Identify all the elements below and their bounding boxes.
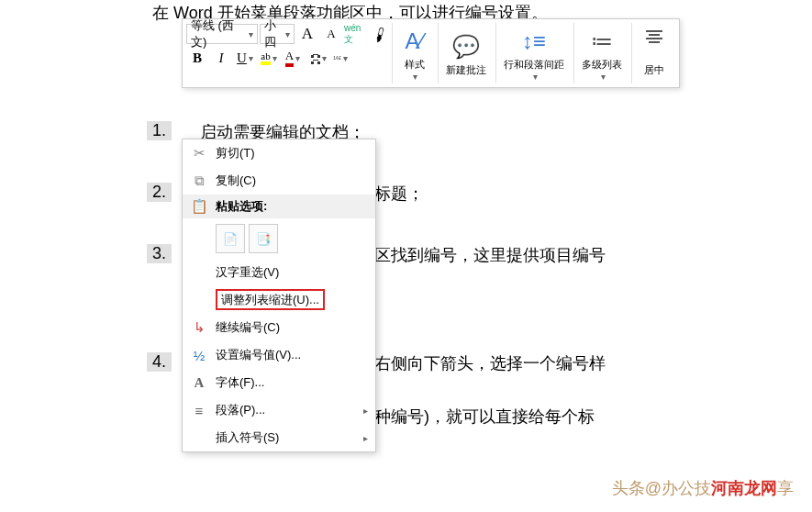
multilevel-icon: ≔ — [591, 25, 613, 58]
copy-icon: ⧉ — [188, 173, 210, 189]
continue-numbering-icon: ↳ — [188, 319, 210, 336]
chevron-down-icon: ▾ — [413, 72, 417, 82]
menu-copy-label: 复制(C) — [216, 173, 368, 189]
chevron-right-icon: ▸ — [363, 433, 368, 443]
context-menu: ✂ 剪切(T) ⧉ 复制(C) 📋 粘贴选项: 📄 📑 汉字重选(V) 调整列表… — [182, 139, 376, 452]
menu-set-numbering-value[interactable]: ½ 设置编号值(V)... — [183, 341, 375, 369]
menu-adjust-indent-label: 调整列表缩进(U)... — [216, 292, 368, 308]
comment-label: 新建批注 — [446, 63, 486, 77]
center-label: 居中 — [644, 63, 664, 77]
bullets-icon — [307, 51, 320, 64]
font-icon: A — [188, 375, 210, 391]
chevron-down-icon: ▾ — [249, 29, 253, 39]
watermark-suffix: 享 — [777, 479, 794, 497]
chevron-down-icon: ▾ — [249, 53, 253, 63]
watermark-brand: 河南龙网 — [711, 479, 777, 497]
italic-button[interactable]: I — [210, 47, 232, 69]
multilevel-list-button[interactable]: ≔ 多级列表 ▾ — [573, 23, 629, 83]
list-number-2[interactable]: 2. — [147, 183, 172, 202]
bullet-list-button[interactable]: ▾ — [306, 47, 328, 69]
chevron-down-icon: ▾ — [322, 53, 327, 63]
clipboard-icon: 📋 — [188, 198, 210, 215]
chevron-right-icon: ▸ — [363, 406, 368, 416]
menu-adjust-list-indent[interactable]: 调整列表缩进(U)... — [183, 286, 375, 314]
underline-icon: U — [237, 50, 247, 66]
font-size-value: 小四 — [264, 17, 284, 50]
highlight-button[interactable]: ab▾ — [258, 47, 280, 69]
chevron-down-icon: ▾ — [533, 72, 538, 82]
menu-font[interactable]: A 字体(F)... — [183, 369, 375, 396]
menu-insert-symbol[interactable]: 插入符号(S) ▸ — [183, 424, 375, 451]
styles-button[interactable]: A⁄ 样式 ▾ — [392, 23, 436, 83]
highlight-icon: ab — [261, 50, 270, 65]
numbers-icon — [333, 56, 340, 61]
menu-paragraph[interactable]: ≡ 段落(P)... ▸ — [183, 396, 375, 424]
bold-button[interactable]: B — [186, 47, 208, 69]
menu-symbol-label: 插入符号(S) — [216, 429, 363, 446]
chevron-down-icon: ▾ — [273, 53, 277, 63]
list-number-1[interactable]: 1. — [147, 121, 172, 140]
bold-icon: B — [193, 50, 202, 66]
menu-cut-label: 剪切(T) — [216, 145, 368, 161]
menu-copy[interactable]: ⧉ 复制(C) — [183, 167, 375, 195]
menu-cut[interactable]: ✂ 剪切(T) — [183, 139, 375, 167]
chevron-down-icon: ▾ — [285, 29, 290, 39]
menu-rechoose-label: 汉字重选(V) — [216, 264, 368, 281]
center-align-button[interactable]: 居中 — [631, 23, 675, 83]
list-number-3[interactable]: 3. — [147, 244, 172, 263]
menu-paragraph-label: 段落(P)... — [216, 402, 363, 418]
number-list-button[interactable]: ▾ — [329, 47, 351, 69]
paste-keep-formatting-button[interactable]: 📄 — [216, 224, 245, 253]
grow-font-button[interactable]: A — [296, 23, 318, 45]
paste-keep-icon: 📄 — [223, 232, 238, 246]
styles-label: 样式 — [405, 58, 425, 72]
italic-icon: I — [219, 50, 224, 66]
set-number-icon: ½ — [188, 348, 210, 363]
mini-toolbar: 等线 (西文) ▾ 小四 ▾ A A wén 文 🖌 B I U▾ ab▾ A▾… — [182, 18, 680, 88]
spacing-icon: ↕≡ — [522, 25, 546, 58]
paste-options-header: 📋 粘贴选项: — [183, 195, 375, 218]
center-icon — [646, 30, 662, 63]
watermark: 头条@办公技河南龙网享 — [612, 477, 794, 499]
format-painter-button[interactable]: 🖌 — [368, 23, 390, 45]
paste-merge-formatting-button[interactable]: 📑 — [249, 224, 278, 253]
shrink-font-icon: A — [327, 27, 335, 41]
phonetic-guide-button[interactable]: wén 文 — [344, 23, 366, 45]
menu-font-label: 字体(F)... — [216, 374, 368, 391]
brush-icon: 🖌 — [369, 24, 388, 44]
styles-icon: A⁄ — [405, 25, 423, 58]
paragraph-icon: ≡ — [188, 403, 210, 418]
font-name-value: 等线 (西文) — [191, 17, 247, 50]
shrink-font-button[interactable]: A — [320, 23, 342, 45]
menu-continue-numbering[interactable]: ↳ 继续编号(C) — [183, 314, 375, 341]
spacing-label: 行和段落间距 — [504, 58, 564, 72]
font-color-icon: A — [285, 49, 294, 67]
menu-rechoose-hanzi[interactable]: 汉字重选(V) — [183, 259, 375, 286]
scissors-icon: ✂ — [188, 145, 210, 161]
underline-button[interactable]: U▾ — [234, 47, 256, 69]
new-comment-button[interactable]: 💬 新建批注 — [438, 23, 494, 83]
list-number-4[interactable]: 4. — [147, 352, 172, 372]
menu-setnum-label: 设置编号值(V)... — [216, 347, 368, 363]
font-size-dropdown[interactable]: 小四 ▾ — [260, 24, 295, 44]
watermark-prefix: 头条@办公技 — [612, 479, 711, 497]
paste-merge-icon: 📑 — [256, 232, 271, 246]
comment-icon: 💬 — [452, 30, 480, 63]
chevron-down-icon: ▾ — [295, 53, 300, 63]
phonetic-icon: wén 文 — [344, 23, 366, 46]
chevron-down-icon: ▾ — [343, 53, 348, 63]
font-color-button[interactable]: A▾ — [282, 47, 304, 69]
chevron-down-icon: ▾ — [601, 72, 606, 82]
line-spacing-button[interactable]: ↕≡ 行和段落间距 ▾ — [495, 23, 572, 83]
paste-options-row: 📄 📑 — [183, 218, 375, 259]
menu-continue-label: 继续编号(C) — [216, 319, 368, 336]
multilevel-label: 多级列表 — [582, 58, 622, 72]
font-name-dropdown[interactable]: 等线 (西文) ▾ — [186, 24, 258, 44]
grow-font-icon: A — [302, 25, 313, 43]
